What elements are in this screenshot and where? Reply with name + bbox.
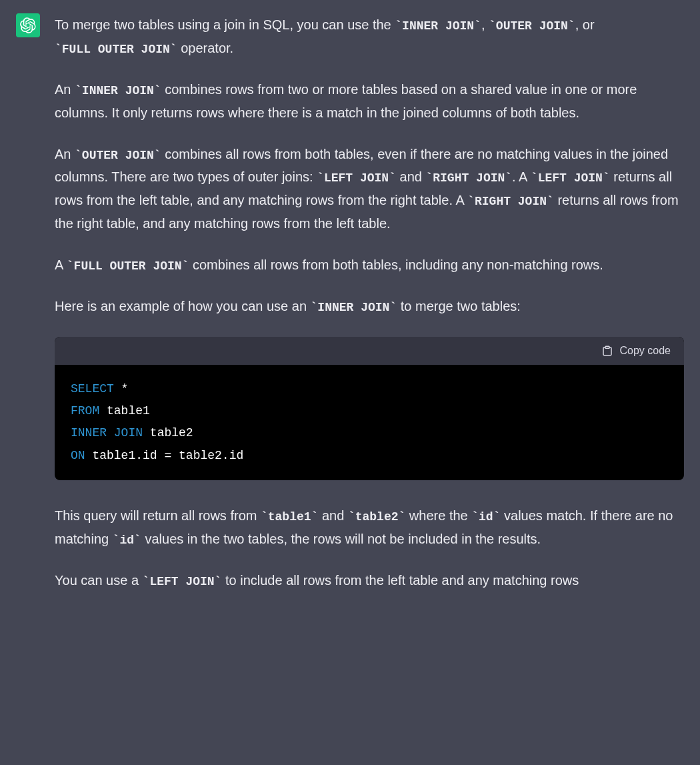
message-content: To merge two tables using a join in SQL,…: [55, 13, 684, 592]
inline-code: `INNER JOIN`: [395, 19, 481, 33]
text: values in the two tables, the rows will …: [141, 532, 541, 546]
inline-code: `FULL OUTER JOIN`: [55, 43, 177, 56]
paragraph: To merge two tables using a join in SQL,…: [55, 13, 684, 59]
text: You can use a: [55, 573, 143, 588]
inline-code: `FULL OUTER JOIN`: [67, 259, 189, 273]
sql-keyword: ON: [71, 449, 85, 462]
paragraph: A `FULL OUTER JOIN` combines all rows fr…: [55, 253, 684, 277]
text: ,: [481, 17, 489, 32]
code-line: INNER JOIN table2: [71, 422, 668, 444]
paragraph: An `INNER JOIN` combines rows from two o…: [55, 78, 684, 124]
text: to include all rows from the left table …: [221, 573, 579, 588]
text: To merge two tables using a join in SQL,…: [55, 17, 395, 32]
code-line: FROM table1: [71, 400, 668, 422]
code-header: Copy code: [55, 337, 684, 365]
text: , or: [575, 17, 595, 32]
clipboard-icon: [601, 345, 613, 357]
text: and: [396, 169, 425, 184]
inline-code: `LEFT JOIN`: [317, 171, 396, 185]
sql-text: table1.id = table2.id: [85, 449, 244, 462]
inline-code: `id`: [113, 534, 141, 547]
text: An: [55, 82, 75, 97]
sql-keyword: SELECT: [71, 382, 114, 396]
text: Here is an example of how you can use an: [55, 299, 311, 313]
text: where the: [405, 508, 471, 523]
code-line: SELECT *: [71, 378, 668, 400]
text: This query will return all rows from: [55, 508, 261, 523]
text: operator.: [177, 41, 234, 55]
assistant-avatar: [16, 13, 40, 37]
paragraph: You can use a `LEFT JOIN` to include all…: [55, 569, 684, 592]
paragraph: An `OUTER JOIN` combines all rows from b…: [55, 143, 684, 235]
inline-code: `OUTER JOIN`: [75, 149, 161, 162]
text: . A: [512, 169, 531, 184]
text: A: [55, 257, 67, 272]
inline-code: `RIGHT JOIN`: [467, 195, 554, 208]
sql-text: *: [114, 382, 129, 396]
code-block: Copy code SELECT * FROM table1 INNER JOI…: [55, 337, 684, 480]
inline-code: `LEFT JOIN`: [143, 575, 222, 588]
inline-code: `OUTER JOIN`: [489, 19, 575, 33]
code-line: ON table1.id = table2.id: [71, 445, 668, 467]
inline-code: `id`: [471, 510, 500, 524]
copy-code-label: Copy code: [620, 345, 671, 357]
paragraph: This query will return all rows from `ta…: [55, 504, 684, 550]
code-content: SELECT * FROM table1 INNER JOIN table2 O…: [55, 365, 684, 480]
inline-code: `INNER JOIN`: [311, 301, 397, 314]
sql-text: table1: [99, 404, 150, 418]
assistant-message: To merge two tables using a join in SQL,…: [0, 0, 700, 606]
inline-code: `table1`: [261, 510, 318, 524]
paragraph: Here is an example of how you can use an…: [55, 295, 684, 318]
sql-text: table2: [143, 426, 193, 440]
text: An: [55, 147, 75, 161]
inline-code: `table2`: [348, 510, 405, 524]
inline-code: `RIGHT JOIN`: [425, 171, 512, 185]
openai-logo-icon: [20, 17, 36, 33]
text: to merge two tables:: [397, 299, 521, 313]
inline-code: `LEFT JOIN`: [531, 171, 610, 185]
text: and: [318, 508, 347, 523]
text: combines all rows from both tables, incl…: [189, 257, 603, 272]
svg-rect-0: [605, 346, 609, 348]
inline-code: `INNER JOIN`: [75, 84, 161, 97]
sql-keyword: FROM: [71, 404, 99, 418]
copy-code-button[interactable]: Copy code: [601, 345, 671, 357]
sql-keyword: INNER JOIN: [71, 426, 143, 440]
